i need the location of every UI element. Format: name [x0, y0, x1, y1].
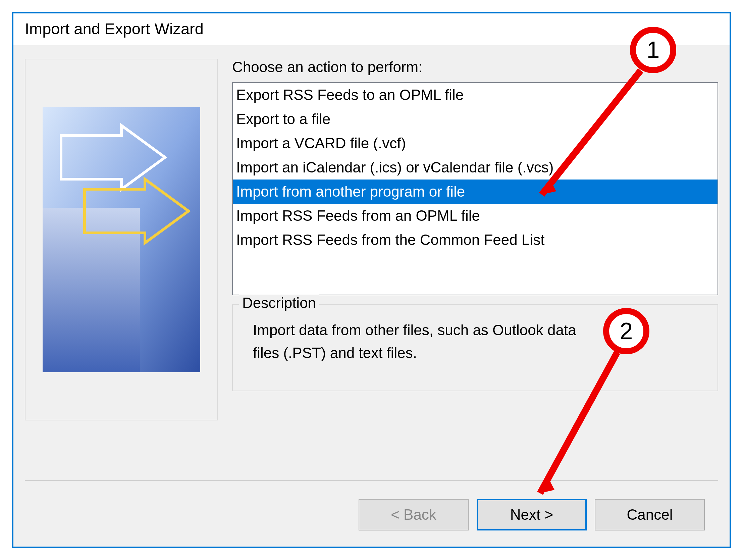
action-option[interactable]: Export to a file [233, 107, 717, 131]
action-option[interactable]: Export RSS Feeds to an OPML file [233, 83, 717, 107]
action-option[interactable]: Import from another program or file [233, 179, 717, 204]
button-row: < Back Next > Cancel [25, 481, 718, 547]
action-option[interactable]: Import an iCalendar (.ics) or vCalendar … [233, 155, 717, 179]
back-button[interactable]: < Back [359, 499, 469, 530]
action-option[interactable]: Import RSS Feeds from the Common Feed Li… [233, 228, 717, 252]
client-area: Choose an action to perform: Export RSS … [13, 45, 730, 547]
action-prompt: Choose an action to perform: [232, 59, 718, 76]
action-option[interactable]: Import RSS Feeds from an OPML file [233, 204, 717, 228]
wizard-arrows-icon [43, 107, 200, 372]
cancel-button[interactable]: Cancel [595, 499, 705, 530]
action-listbox[interactable]: Export RSS Feeds to an OPML fileExport t… [232, 82, 718, 295]
description-group: Description Import data from other files… [232, 304, 718, 391]
action-option[interactable]: Import a VCARD file (.vcf) [233, 131, 717, 155]
window-title: Import and Export Wizard [25, 19, 718, 38]
titlebar: Import and Export Wizard [13, 13, 730, 45]
wizard-window: Import and Export Wizard [12, 12, 731, 548]
next-button[interactable]: Next > [477, 499, 587, 530]
main-column: Choose an action to perform: Export RSS … [232, 59, 718, 461]
description-text: Import data from other files, such as Ou… [253, 319, 588, 364]
wizard-sidebar [25, 59, 218, 420]
description-label: Description [239, 295, 319, 311]
